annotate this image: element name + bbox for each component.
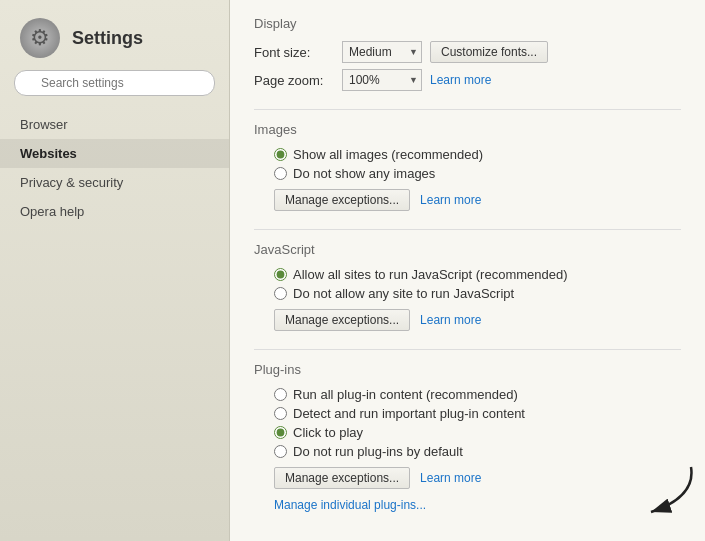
plugins-do-not-run-label: Do not run plug-ins by default <box>293 444 463 459</box>
plugins-do-not-run-radio[interactable] <box>274 445 287 458</box>
plugins-run-all-radio[interactable] <box>274 388 287 401</box>
images-radio-group: Show all images (recommended) Do not sho… <box>254 147 681 181</box>
javascript-btn-row: Manage exceptions... Learn more <box>254 309 681 331</box>
images-section: Images Show all images (recommended) Do … <box>254 122 681 211</box>
page-zoom-select[interactable]: 100% 90% 110% <box>342 69 422 91</box>
sidebar-title: Settings <box>72 28 143 49</box>
page-zoom-row: Page zoom: 100% 90% 110% ▼ Learn more <box>254 69 681 91</box>
font-size-label: Font size: <box>254 45 334 60</box>
sidebar-item-privacy[interactable]: Privacy & security <box>0 168 229 197</box>
plugins-section-title: Plug-ins <box>254 362 681 377</box>
plugins-detect-run-label: Detect and run important plug-in content <box>293 406 525 421</box>
sidebar-item-websites[interactable]: Websites <box>0 139 229 168</box>
javascript-allow-all-label: Allow all sites to run JavaScript (recom… <box>293 267 568 282</box>
plugins-section: Plug-ins Run all plug-in content (recomm… <box>254 362 681 512</box>
javascript-do-not-allow-radio[interactable] <box>274 287 287 300</box>
plugins-btn-row: Manage exceptions... Learn more <box>254 467 681 489</box>
plugins-radio-group: Run all plug-in content (recommended) De… <box>254 387 681 459</box>
customize-fonts-button[interactable]: Customize fonts... <box>430 41 548 63</box>
images-learn-more-link[interactable]: Learn more <box>420 193 481 207</box>
plugins-learn-more-link[interactable]: Learn more <box>420 471 481 485</box>
plugins-click-to-play-label: Click to play <box>293 425 363 440</box>
javascript-do-not-allow-row: Do not allow any site to run JavaScript <box>274 286 681 301</box>
page-zoom-select-wrap: 100% 90% 110% ▼ <box>342 69 422 91</box>
page-zoom-label: Page zoom: <box>254 73 334 88</box>
sidebar-item-opera-help[interactable]: Opera help <box>0 197 229 226</box>
sidebar: ⚙ Settings 🔍 Browser Websites Privacy & … <box>0 0 230 541</box>
font-size-row: Font size: Medium Small Large ▼ Customiz… <box>254 41 681 63</box>
javascript-do-not-allow-label: Do not allow any site to run JavaScript <box>293 286 514 301</box>
plugins-do-not-run-row: Do not run plug-ins by default <box>274 444 681 459</box>
javascript-allow-all-row: Allow all sites to run JavaScript (recom… <box>274 267 681 282</box>
learn-more-zoom-link[interactable]: Learn more <box>430 73 491 87</box>
images-btn-row: Manage exceptions... Learn more <box>254 189 681 211</box>
plugins-manage-individual-link[interactable]: Manage individual plug-ins... <box>274 498 426 512</box>
plugins-manage-exceptions-button[interactable]: Manage exceptions... <box>274 467 410 489</box>
gear-icon: ⚙ <box>20 18 60 58</box>
images-do-not-show-row: Do not show any images <box>274 166 681 181</box>
plugins-detect-run-radio[interactable] <box>274 407 287 420</box>
display-section: Display Font size: Medium Small Large ▼ … <box>254 16 681 91</box>
images-section-title: Images <box>254 122 681 137</box>
search-input[interactable] <box>14 70 215 96</box>
plugins-detect-run-row: Detect and run important plug-in content <box>274 406 681 421</box>
javascript-manage-exceptions-button[interactable]: Manage exceptions... <box>274 309 410 331</box>
images-show-all-row: Show all images (recommended) <box>274 147 681 162</box>
images-do-not-show-radio[interactable] <box>274 167 287 180</box>
images-show-all-radio[interactable] <box>274 148 287 161</box>
javascript-allow-all-radio[interactable] <box>274 268 287 281</box>
search-box-container: 🔍 <box>0 70 229 110</box>
plugins-click-to-play-radio[interactable] <box>274 426 287 439</box>
font-size-select[interactable]: Medium Small Large <box>342 41 422 63</box>
images-do-not-show-label: Do not show any images <box>293 166 435 181</box>
plugins-click-to-play-row: Click to play <box>274 425 681 440</box>
main-content: Display Font size: Medium Small Large ▼ … <box>230 0 705 541</box>
images-show-all-label: Show all images (recommended) <box>293 147 483 162</box>
plugins-run-all-label: Run all plug-in content (recommended) <box>293 387 518 402</box>
javascript-learn-more-link[interactable]: Learn more <box>420 313 481 327</box>
javascript-section-title: JavaScript <box>254 242 681 257</box>
javascript-section: JavaScript Allow all sites to run JavaSc… <box>254 242 681 331</box>
sidebar-header: ⚙ Settings <box>0 0 229 70</box>
plugins-run-all-row: Run all plug-in content (recommended) <box>274 387 681 402</box>
display-section-title: Display <box>254 16 681 31</box>
images-manage-exceptions-button[interactable]: Manage exceptions... <box>274 189 410 211</box>
font-size-select-wrap: Medium Small Large ▼ <box>342 41 422 63</box>
plugins-manage-individual-row: Manage individual plug-ins... <box>254 497 681 512</box>
javascript-radio-group: Allow all sites to run JavaScript (recom… <box>254 267 681 301</box>
sidebar-item-browser[interactable]: Browser <box>0 110 229 139</box>
